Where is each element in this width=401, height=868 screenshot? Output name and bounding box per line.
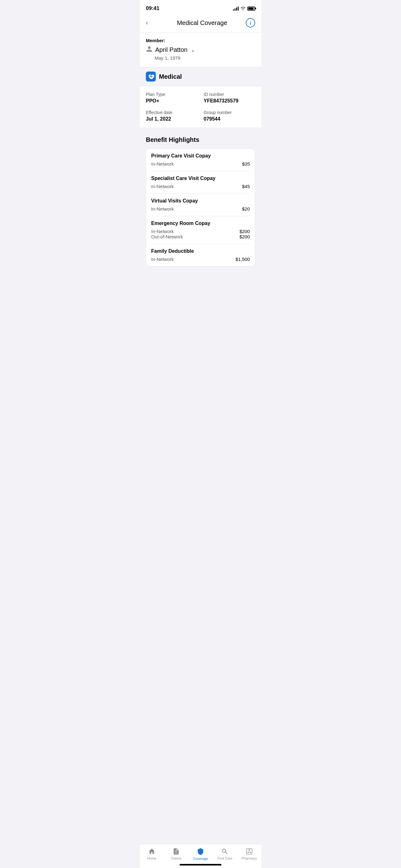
benefit-item-row: In-Network$35	[151, 161, 250, 166]
benefit-item-title: Virtual Visits Copay	[151, 198, 250, 204]
nav-header: ‹ Medical Coverage i	[140, 15, 261, 33]
back-button[interactable]: ‹	[146, 19, 158, 27]
benefit-item-network: In-Network	[151, 161, 174, 166]
member-section: Member: April Patton ⌄ May 1, 1978	[140, 33, 261, 67]
benefit-item: Specialist Care Visit CopayIn-Network$45	[151, 171, 250, 194]
benefit-item-amount: $35	[242, 161, 250, 166]
id-number-value: YFE847325579	[204, 98, 255, 104]
benefit-item-row: In-Network$45	[151, 184, 250, 189]
signal-icon	[233, 6, 239, 11]
benefit-item-amount: $200	[239, 229, 250, 234]
group-number-label: Group number	[204, 110, 255, 115]
member-row[interactable]: April Patton ⌄	[146, 45, 255, 54]
benefit-item-network: In-Network	[151, 184, 174, 189]
benefit-item-amount: $1,500	[235, 256, 250, 262]
effective-date-item: Effective date Jul 1, 2022	[146, 110, 197, 122]
benefit-item-title: Specialist Care Visit Copay	[151, 176, 250, 181]
member-dob: May 1, 1978	[155, 55, 255, 61]
benefit-item-row: In-Network$1,500	[151, 256, 250, 262]
id-number-label: ID number	[204, 92, 255, 97]
benefit-item-amount: $200	[239, 234, 250, 239]
status-bar: 09:41	[140, 0, 261, 15]
benefit-item-row: In-Network$20	[151, 206, 250, 212]
status-icons	[233, 6, 255, 11]
benefit-item: Emergency Room CopayIn-Network$200Out-of…	[151, 216, 250, 244]
benefit-highlights-title: Benefit Highlights	[146, 136, 255, 144]
benefit-item-title: Family Deductible	[151, 248, 250, 254]
plan-type-item: Plan Type PPO+	[146, 92, 197, 104]
medical-section-title: Medical	[159, 73, 182, 80]
benefit-item-amount: $45	[242, 184, 250, 189]
benefit-item-network: In-Network	[151, 256, 174, 262]
chevron-down-icon: ⌄	[191, 48, 195, 53]
info-button[interactable]: i	[246, 18, 255, 28]
benefit-item-network: Out-of-Network	[151, 234, 183, 239]
benefit-item-amount: $20	[242, 206, 250, 212]
plan-details: Plan Type PPO+ ID number YFE847325579 Ef…	[140, 86, 261, 130]
benefit-highlights-section: Benefit Highlights Primary Care Visit Co…	[140, 130, 261, 267]
effective-date-value: Jul 1, 2022	[146, 116, 197, 122]
benefit-item: Family DeductibleIn-Network$1,500	[151, 244, 250, 266]
benefit-item-row: Out-of-Network$200	[151, 234, 250, 239]
benefit-item-title: Emergency Room Copay	[151, 221, 250, 226]
group-number-value: 079544	[204, 116, 255, 122]
page-title: Medical Coverage	[177, 19, 227, 27]
plan-type-label: Plan Type	[146, 92, 197, 97]
avatar-icon	[146, 45, 153, 54]
heart-icon	[146, 71, 156, 82]
wifi-icon	[240, 6, 245, 10]
benefit-item: Virtual Visits CopayIn-Network$20	[151, 194, 250, 216]
status-time: 09:41	[146, 5, 159, 11]
member-label: Member:	[146, 38, 255, 43]
benefit-item-network: In-Network	[151, 206, 174, 212]
group-number-item: Group number 079544	[204, 110, 255, 122]
battery-icon	[247, 6, 255, 11]
id-number-item: ID number YFE847325579	[204, 92, 255, 104]
benefit-item-row: In-Network$200	[151, 229, 250, 234]
medical-section-header: Medical	[140, 67, 261, 86]
member-name: April Patton	[155, 46, 188, 54]
benefit-item: Primary Care Visit CopayIn-Network$35	[151, 149, 250, 171]
benefit-item-network: In-Network	[151, 229, 174, 234]
plan-type-value: PPO+	[146, 98, 197, 104]
benefit-card: Primary Care Visit CopayIn-Network$35Spe…	[146, 148, 255, 267]
effective-date-label: Effective date	[146, 110, 197, 115]
benefit-item-title: Primary Care Visit Copay	[151, 153, 250, 159]
